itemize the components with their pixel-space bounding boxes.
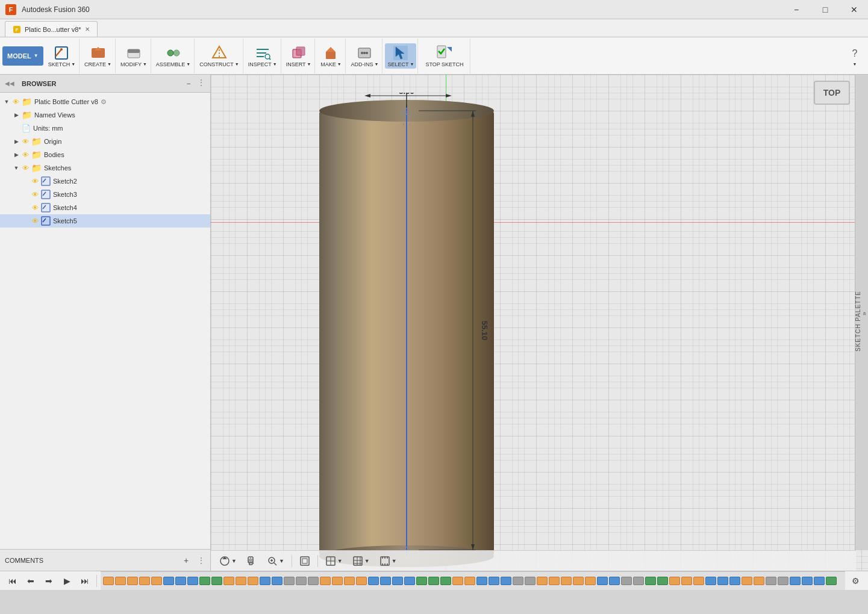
visibility-sketch4[interactable]: 👁: [30, 203, 40, 212]
model-dropdown-button[interactable]: MODEL ▼: [2, 46, 43, 66]
view-cube-button[interactable]: TOP: [814, 81, 850, 105]
visibility-bodies[interactable]: 👁: [20, 150, 30, 160]
help-button[interactable]: ? ▼: [844, 44, 866, 67]
insert-button[interactable]: INSERT▼: [284, 43, 314, 69]
timeline-item[interactable]: [778, 577, 788, 585]
timeline-item[interactable]: [428, 577, 439, 585]
timeline-item[interactable]: [717, 577, 728, 585]
tree-item-namedviews[interactable]: ▶ 📁 Named Views: [0, 108, 210, 122]
visibility-origin[interactable]: 👁: [20, 137, 30, 146]
timeline-item[interactable]: [296, 577, 307, 585]
play-button[interactable]: ▶: [59, 573, 75, 589]
timeline-item[interactable]: [380, 577, 391, 585]
construct-button[interactable]: CONSTRUCT▼: [197, 43, 241, 69]
tree-item-bodies[interactable]: ▶ 👁 📁 Bodies: [0, 148, 210, 161]
assemble-button[interactable]: ASSEMBLE▼: [154, 43, 193, 69]
zoom-button[interactable]: ▼: [263, 553, 288, 569]
inspect-button[interactable]: INSPECT▼: [246, 43, 279, 69]
sketch-button[interactable]: SKETCH▼: [46, 43, 78, 69]
timeline-item[interactable]: [826, 577, 837, 585]
timeline-settings-button[interactable]: ⚙: [848, 573, 863, 589]
timeline-item[interactable]: [404, 577, 415, 585]
visibility-sketch2[interactable]: 👁: [30, 176, 40, 186]
timeline-item[interactable]: [356, 577, 367, 585]
collapse-palette-button[interactable]: «: [861, 312, 868, 317]
timeline-item[interactable]: [476, 577, 487, 585]
skip-end-button[interactable]: ⏭: [77, 573, 93, 589]
timeline-item[interactable]: [223, 577, 234, 585]
timeline-item[interactable]: [766, 577, 776, 585]
timeline-item[interactable]: [344, 577, 355, 585]
fit-button[interactable]: [296, 553, 314, 569]
browser-collapse-button[interactable]: −: [183, 78, 195, 90]
select-button[interactable]: SELECT▼: [385, 43, 416, 69]
timeline-item[interactable]: [248, 577, 258, 585]
timeline-item[interactable]: [308, 577, 319, 585]
timeline-item[interactable]: [561, 577, 572, 585]
timeline-item[interactable]: [440, 577, 451, 585]
timeline-item[interactable]: [163, 577, 174, 585]
timeline-item[interactable]: [585, 577, 596, 585]
timeline-item[interactable]: [597, 577, 608, 585]
timeline-item[interactable]: [790, 577, 801, 585]
grid-button[interactable]: ▼: [349, 553, 373, 569]
timeline-item[interactable]: [742, 577, 752, 585]
visibility-sketch3[interactable]: 👁: [30, 190, 40, 199]
timeline-item[interactable]: [139, 577, 150, 585]
timeline-item[interactable]: [802, 577, 813, 585]
active-tab[interactable]: F Platic Bo...utter v8* ✕: [5, 21, 98, 37]
timeline-item[interactable]: [657, 577, 668, 585]
skip-start-button[interactable]: ⏮: [5, 573, 20, 589]
pan-button[interactable]: [243, 553, 261, 569]
timeline-item[interactable]: [332, 577, 343, 585]
minimize-button[interactable]: −: [782, 0, 810, 19]
step-back-button[interactable]: ⬅: [23, 573, 39, 589]
restore-button[interactable]: □: [811, 0, 839, 19]
timeline-item[interactable]: [464, 577, 475, 585]
timeline-item[interactable]: [151, 577, 162, 585]
timeline-item[interactable]: [416, 577, 427, 585]
make-button[interactable]: MAKE▼: [317, 43, 344, 69]
visibility-sketch5[interactable]: 👁: [30, 216, 40, 226]
timeline-item[interactable]: [175, 577, 186, 585]
timeline-item[interactable]: [621, 577, 632, 585]
timeline-item[interactable]: [681, 577, 692, 585]
timeline-item[interactable]: [103, 577, 114, 585]
timeline-item[interactable]: [633, 577, 644, 585]
timeline-item[interactable]: [513, 577, 523, 585]
timeline-item[interactable]: [489, 577, 499, 585]
timeline-item[interactable]: [320, 577, 331, 585]
timeline-item[interactable]: [260, 577, 270, 585]
expander-namedviews[interactable]: ▶: [12, 111, 20, 119]
visibility-sketches[interactable]: 👁: [20, 163, 30, 173]
timeline-item[interactable]: [549, 577, 560, 585]
timeline-item[interactable]: [645, 577, 656, 585]
timeline-item[interactable]: [754, 577, 764, 585]
timeline-item[interactable]: [392, 577, 403, 585]
expander-origin[interactable]: ▶: [12, 137, 20, 146]
tree-item-origin[interactable]: ▶ 👁 📁 Origin: [0, 135, 210, 148]
stop-sketch-button[interactable]: STOP SKETCH: [420, 42, 468, 70]
timeline-item[interactable]: [814, 577, 825, 585]
timeline-item[interactable]: [573, 577, 584, 585]
tree-item-root[interactable]: ▼ 👁 📁 Platic Bottle Cutter v8 ⚙: [0, 95, 210, 108]
timeline-item[interactable]: [236, 577, 246, 585]
close-button[interactable]: ✕: [840, 0, 868, 19]
timeline-item[interactable]: [729, 577, 740, 585]
tree-item-sketch3[interactable]: 👁 Sketch3: [0, 188, 210, 201]
create-button[interactable]: CREATE▼: [82, 43, 114, 69]
expander-root[interactable]: ▼: [2, 98, 11, 106]
timeline-item[interactable]: [609, 577, 620, 585]
expander-bodies[interactable]: ▶: [12, 150, 20, 159]
sketch-palette-panel[interactable]: « SKETCH PALETTE: [855, 75, 868, 550]
expander-sketches[interactable]: ▼: [12, 164, 20, 172]
timeline-item[interactable]: [211, 577, 222, 585]
viewport[interactable]: 3.00 55.10 TOP ▼: [211, 75, 868, 571]
tree-item-sketches[interactable]: ▼ 👁 📁 Sketches: [0, 161, 210, 175]
timeline-item[interactable]: [693, 577, 704, 585]
timeline-item[interactable]: [669, 577, 680, 585]
add-comment-button[interactable]: +: [180, 554, 192, 566]
addins-button[interactable]: ADD-INS▼: [348, 43, 381, 69]
tab-close-button[interactable]: ✕: [85, 26, 90, 33]
timeline-item[interactable]: [187, 577, 198, 585]
